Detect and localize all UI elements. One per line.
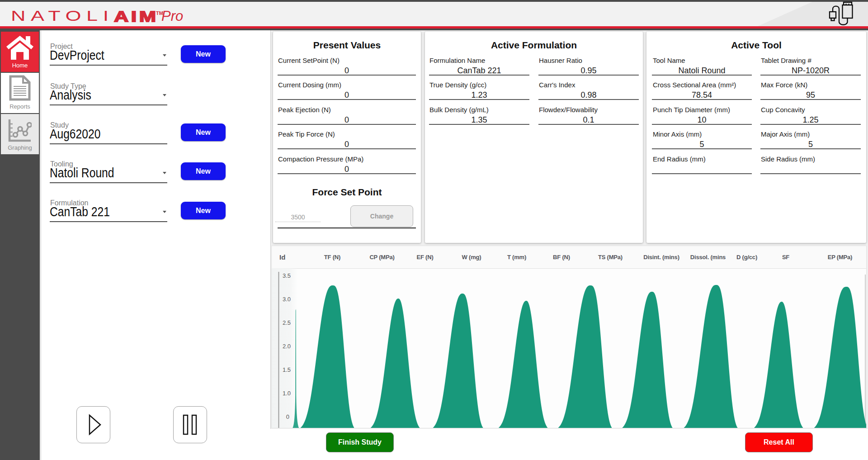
- svg-text:3.0: 3.0: [283, 296, 291, 303]
- svg-text:0: 0: [286, 413, 289, 420]
- svg-text:2.5: 2.5: [283, 319, 291, 326]
- svg-text:1.0: 1.0: [283, 390, 291, 397]
- svg-text:3.5: 3.5: [283, 272, 291, 279]
- svg-text:2.0: 2.0: [283, 343, 291, 350]
- svg-text:1.5: 1.5: [283, 366, 291, 373]
